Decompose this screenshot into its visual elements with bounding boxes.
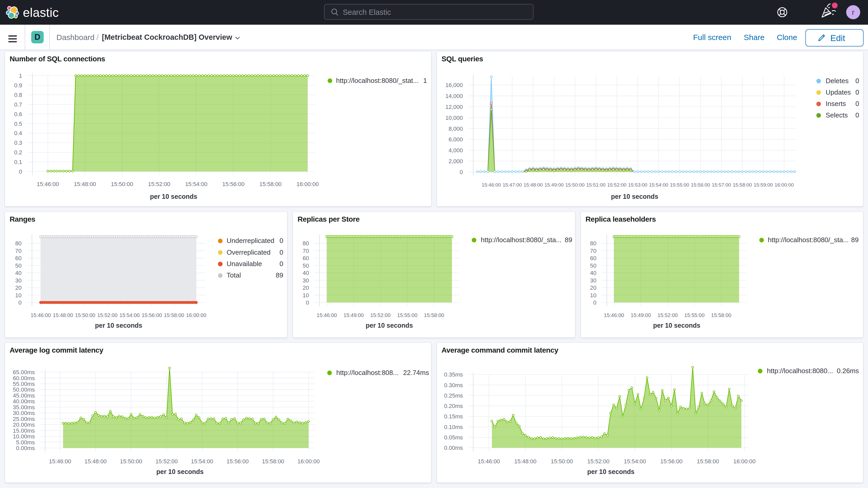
svg-text:0.2: 0.2 [14,149,22,156]
svg-text:15:48:00: 15:48:00 [74,181,96,187]
svg-text:0: 0 [460,169,463,175]
svg-text:Underreplicated: Underreplicated [227,237,274,245]
svg-text:15:46:00: 15:46:00 [478,458,500,465]
svg-text:14,000: 14,000 [445,93,463,99]
svg-text:0.15ms: 0.15ms [444,413,463,420]
svg-text:30.00ms: 30.00ms [13,410,35,416]
svg-text:0: 0 [280,248,283,256]
svg-text:1: 1 [423,77,427,85]
svg-text:15:57:00: 15:57:00 [712,182,731,188]
svg-text:15:52:00: 15:52:00 [148,181,170,187]
svg-text:0: 0 [280,260,283,268]
svg-text:16,000: 16,000 [445,82,463,88]
svg-text:0: 0 [856,88,859,96]
svg-text:89: 89 [851,236,859,244]
svg-text:0.3: 0.3 [14,140,22,146]
svg-text:70: 70 [590,248,596,254]
svg-text:60.00ms: 60.00ms [13,375,35,382]
svg-text:15:48:00: 15:48:00 [53,312,73,318]
svg-text:0.10ms: 0.10ms [444,424,463,430]
svg-text:15:50:00: 15:50:00 [111,181,133,187]
svg-text:15:46:00: 15:46:00 [317,312,337,318]
svg-text:89: 89 [276,271,283,279]
svg-text:15:56:00: 15:56:00 [660,458,683,465]
svg-text:0.26ms: 0.26ms [837,367,859,375]
svg-text:50: 50 [303,263,309,269]
svg-text:8,000: 8,000 [448,125,463,132]
svg-text:per 10 seconds: per 10 seconds [156,468,204,475]
svg-text:15:58:00: 15:58:00 [262,458,284,465]
svg-text:0.5: 0.5 [14,121,22,127]
svg-text:0.6: 0.6 [14,111,22,118]
svg-text:4,000: 4,000 [448,147,463,154]
svg-text:15:54:00: 15:54:00 [649,182,668,188]
svg-text:15:50:00: 15:50:00 [565,182,585,188]
svg-text:15:46:00: 15:46:00 [49,458,71,465]
svg-text:15:47:00: 15:47:00 [503,182,522,188]
svg-text:2,000: 2,000 [448,158,463,164]
svg-text:60: 60 [303,255,309,262]
svg-text:70: 70 [303,248,309,254]
svg-text:1: 1 [19,72,22,79]
svg-text:http://localhost:808...: http://localhost:808... [336,369,399,376]
svg-text:15:55:00: 15:55:00 [684,312,705,318]
svg-text:per 10 seconds: per 10 seconds [366,322,413,329]
svg-text:http://localhost:8080/_stat...: http://localhost:8080/_stat... [336,77,418,85]
svg-text:15:58:00: 15:58:00 [697,458,719,465]
svg-text:20: 20 [590,284,596,291]
svg-text:r: r [852,8,854,17]
svg-text:60: 60 [590,255,596,262]
svg-text:16:00:00: 16:00:00 [733,458,756,465]
svg-text:15:56:00: 15:56:00 [142,312,162,318]
svg-text:40: 40 [16,270,22,276]
svg-text:0: 0 [856,77,859,85]
svg-text:89: 89 [565,236,572,244]
svg-text:15:55:00: 15:55:00 [670,182,689,188]
svg-text:10: 10 [16,292,22,299]
svg-text:70: 70 [16,248,22,254]
svg-text:55.00ms: 55.00ms [13,381,35,387]
svg-text:per 10 seconds: per 10 seconds [95,322,142,329]
svg-text:30: 30 [16,277,22,284]
svg-text:15:51:00: 15:51:00 [586,182,606,188]
svg-text:0: 0 [306,299,309,306]
svg-text:15:55:00: 15:55:00 [397,312,417,318]
svg-text:0: 0 [856,100,859,108]
svg-text:60: 60 [16,255,22,262]
svg-text:15:50:00: 15:50:00 [120,458,143,465]
svg-text:16:00:00: 16:00:00 [297,181,319,187]
svg-text:Selects: Selects [826,111,848,119]
svg-text:40: 40 [303,270,309,276]
svg-text:15:52:00: 15:52:00 [587,458,610,465]
svg-text:45.00ms: 45.00ms [13,392,35,399]
svg-text:10: 10 [303,292,309,299]
svg-text:15:52:00: 15:52:00 [97,312,118,318]
svg-text:0: 0 [19,299,22,306]
svg-text:0.9: 0.9 [14,82,22,89]
svg-text:15:46:00: 15:46:00 [482,182,501,188]
svg-text:http://localhost:8080...: http://localhost:8080... [767,367,833,375]
svg-text:per 10 seconds: per 10 seconds [611,193,658,200]
svg-text:0.35ms: 0.35ms [444,371,463,378]
svg-text:30: 30 [303,277,309,284]
svg-text:0.25ms: 0.25ms [444,392,463,399]
svg-text:15:58:00: 15:58:00 [733,182,752,188]
svg-text:Unavailable: Unavailable [227,260,262,268]
svg-text:16:00:00: 16:00:00 [186,312,206,318]
svg-text:20.00ms: 20.00ms [13,422,35,428]
svg-text:50.00ms: 50.00ms [13,387,35,393]
svg-text:15:54:00: 15:54:00 [120,312,140,318]
svg-text:Updates: Updates [826,88,851,96]
svg-text:15:52:00: 15:52:00 [370,312,391,318]
svg-text:15:48:00: 15:48:00 [523,182,542,188]
svg-text:15:56:00: 15:56:00 [691,182,710,188]
svg-text:80: 80 [590,240,596,247]
svg-text:15:49:00: 15:49:00 [545,182,564,188]
svg-text:15:46:00: 15:46:00 [604,312,624,318]
svg-text:15:46:00: 15:46:00 [37,181,59,187]
svg-text:0.05ms: 0.05ms [444,434,463,441]
svg-text:65.00ms: 65.00ms [13,369,35,375]
svg-text:Overreplicated: Overreplicated [227,248,271,256]
svg-text:15:52:00: 15:52:00 [155,458,178,465]
svg-text:15:59:00: 15:59:00 [754,182,773,188]
